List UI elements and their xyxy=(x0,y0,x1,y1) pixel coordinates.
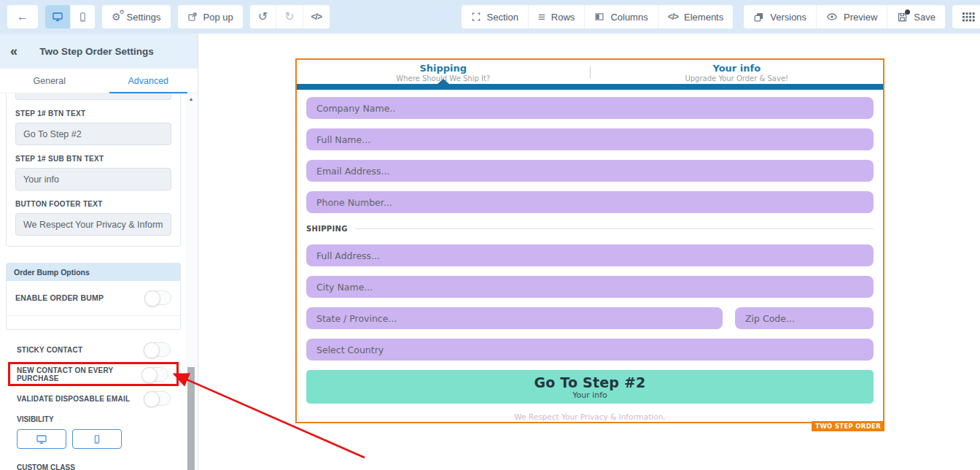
visibility-buttons xyxy=(6,429,181,449)
popup-label: Pop up xyxy=(203,12,233,23)
toggle-label: VALIDATE DISPOSABLE EMAIL xyxy=(17,395,130,403)
section-button[interactable]: Section xyxy=(462,5,528,28)
step-progress-bar xyxy=(297,84,883,90)
rows-label: Rows xyxy=(551,12,575,23)
collapse-sidebar-icon[interactable]: « xyxy=(10,44,18,59)
columns-label: Columns xyxy=(610,12,648,23)
toggle-label: STICKY CONTACT xyxy=(17,346,82,354)
code-icon: </> xyxy=(311,12,322,22)
order-bump-spacer xyxy=(7,316,180,329)
section-icon xyxy=(471,12,481,22)
device-toggle-group xyxy=(45,5,95,28)
step1-sub-btn-text-input[interactable] xyxy=(15,168,171,190)
settings-sidebar: « Two Step Order Settings General Advanc… xyxy=(0,34,198,470)
new-contact-row: NEW CONTACT ON EVERY PURCHASE xyxy=(10,364,176,384)
visibility-mobile-button[interactable] xyxy=(72,429,122,449)
settings-label: Settings xyxy=(127,12,161,23)
full-name-input[interactable] xyxy=(306,128,874,150)
step1-btn-text-input[interactable] xyxy=(15,123,171,145)
step-subtitle: Upgrade Your Order & Save! xyxy=(591,74,884,82)
tab-advanced[interactable]: Advanced xyxy=(99,69,198,93)
sidebar-title: Two Step Order Settings xyxy=(18,46,176,57)
save-button[interactable]: Save xyxy=(887,5,945,28)
rows-icon: ≡ xyxy=(538,11,545,23)
elements-label: Elements xyxy=(684,12,723,23)
shipping-section-divider: SHIPPING xyxy=(306,225,874,233)
shipping-label: SHIPPING xyxy=(306,225,348,233)
editor-canvas: Shipping Where Should We Ship It? Your i… xyxy=(199,34,980,470)
email-address-input[interactable] xyxy=(306,160,874,182)
state-zip-row xyxy=(306,307,874,339)
sidebar-tabs: General Advanced xyxy=(0,69,198,93)
settings-button[interactable]: ⚙⚙ Settings xyxy=(102,5,171,28)
state-province-input[interactable] xyxy=(306,307,723,329)
field-label: STEP 1# BTN TEXT xyxy=(15,109,171,118)
city-name-input[interactable] xyxy=(306,276,874,298)
step-title: Shipping xyxy=(297,63,590,74)
step-tab-your-info[interactable]: Your info Upgrade Your Order & Save! xyxy=(591,60,884,84)
desktop-icon xyxy=(52,11,63,23)
form-step-tabs: Shipping Where Should We Ship It? Your i… xyxy=(297,60,883,84)
history-group: ↺ ↻ </> xyxy=(250,5,330,28)
mobile-icon xyxy=(77,12,88,23)
sticky-contact-row: STICKY CONTACT xyxy=(6,339,181,361)
toggle-label: ENABLE ORDER BUMP xyxy=(15,293,104,302)
elements-button[interactable]: </> Elements xyxy=(658,5,734,28)
mobile-icon xyxy=(92,434,102,444)
elements-icon: </> xyxy=(668,12,678,22)
full-address-input[interactable] xyxy=(306,244,874,266)
scroll-up-arrow-icon[interactable]: ▲ xyxy=(186,93,196,104)
two-step-order-form: Shipping Where Should We Ship It? Your i… xyxy=(295,58,884,423)
preview-label: Preview xyxy=(844,12,877,23)
tab-general[interactable]: General xyxy=(0,69,99,93)
popup-button[interactable]: Pop up xyxy=(178,5,243,28)
desktop-view-button[interactable] xyxy=(45,5,70,28)
rows-button[interactable]: ≡ Rows xyxy=(528,5,584,28)
unsaved-dot-icon xyxy=(905,9,910,15)
field-label: BUTTON FOOTER TEXT xyxy=(15,200,171,208)
zip-code-input[interactable] xyxy=(735,307,874,329)
back-arrow-icon: ← xyxy=(17,11,28,23)
custom-class-label: CUSTOM CLASS xyxy=(6,463,181,470)
cropped-input[interactable] xyxy=(15,93,171,100)
enable-order-bump-row: ENABLE ORDER BUMP xyxy=(7,281,180,316)
company-name-input[interactable] xyxy=(306,97,874,119)
two-step-order-badge: TWO STEP ORDER xyxy=(812,421,884,431)
new-contact-toggle[interactable] xyxy=(141,367,168,382)
step1-settings-card: STEP 1# BTN TEXT STEP 1# SUB BTN TEXT BU… xyxy=(6,93,181,247)
sidebar-scrollbar[interactable]: ▲ xyxy=(186,93,196,470)
grid-menu-button[interactable] xyxy=(952,5,980,28)
advanced-toggles: STICKY CONTACT NEW CONTACT ON EVERY PURC… xyxy=(6,339,181,409)
scrollbar-thumb[interactable] xyxy=(187,367,195,470)
versions-label: Versions xyxy=(770,12,806,23)
code-button[interactable]: </> xyxy=(303,5,330,28)
visibility-desktop-button[interactable] xyxy=(17,429,66,449)
button-footer-text-input[interactable] xyxy=(15,213,171,236)
undo-icon: ↺ xyxy=(258,11,268,23)
preview-button[interactable]: Preview xyxy=(816,5,887,28)
versions-button[interactable]: Versions xyxy=(744,5,816,28)
redo-button[interactable]: ↻ xyxy=(276,5,302,28)
country-select[interactable]: Select Country xyxy=(306,339,874,361)
phone-number-input[interactable] xyxy=(306,191,874,213)
go-to-step2-button[interactable]: Go To Step #2 Your info xyxy=(306,370,874,404)
active-step-pointer-icon xyxy=(438,79,449,84)
section-label: Section xyxy=(487,12,518,23)
mobile-view-button[interactable] xyxy=(70,5,95,28)
enable-order-bump-toggle[interactable] xyxy=(144,290,171,305)
undo-button[interactable]: ↺ xyxy=(250,5,276,28)
versions-icon xyxy=(753,12,764,23)
columns-button[interactable]: Columns xyxy=(584,5,657,28)
back-button[interactable]: ← xyxy=(7,5,38,28)
sticky-contact-toggle[interactable] xyxy=(144,342,171,357)
annotation-highlight-box: NEW CONTACT ON EVERY PURCHASE xyxy=(8,362,179,386)
top-toolbar: ← ⚙⚙ Settings Pop up ↺ ↻ </> Section xyxy=(0,0,980,34)
columns-icon xyxy=(594,12,604,22)
preview-eye-icon xyxy=(826,11,838,23)
popup-icon xyxy=(187,12,198,22)
validate-email-row: VALIDATE DISPOSABLE EMAIL xyxy=(6,388,181,409)
validate-disposable-email-toggle[interactable] xyxy=(144,391,171,406)
gears-icon: ⚙⚙ xyxy=(112,12,121,22)
privacy-footer-text: We Respect Your Privacy & Information. xyxy=(306,412,874,421)
sidebar-header: « Two Step Order Settings xyxy=(0,34,198,69)
